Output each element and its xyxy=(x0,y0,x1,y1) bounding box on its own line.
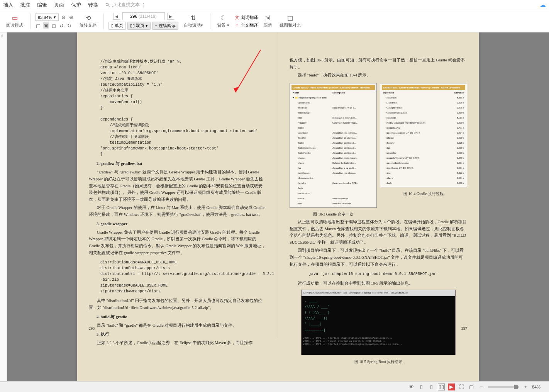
paragraph: 正如 3.2.3 小节所述，Gradle 为后起之秀，在 Eclipse 中的功… xyxy=(89,339,266,346)
paragraph: 对于 Gradle Wrapper 的使用，在 Linux 与 Mac 系统上，… xyxy=(89,204,266,218)
translate-icon: 文 xyxy=(235,14,239,21)
toolbar: ▭ 阅读模式 83.84% ▾ ⊖ ⊕ ▢ ▣ ◻ ↺ ↻ ⟲ 旋转文档 ◀ 2… xyxy=(0,10,549,32)
rotate-right-icon[interactable]: ↻ xyxy=(66,22,72,29)
zoom-slider-handle[interactable] xyxy=(514,385,518,389)
figure-row: Gradle Tasks | Gradle Executions | Serve… xyxy=(290,80,467,217)
terminal-output: 2019-... INFO ... Starting Chapter10Spri… xyxy=(302,335,455,347)
search-box[interactable]: 点此查找文本 ⋮ xyxy=(105,2,146,8)
zoom-slider[interactable] xyxy=(488,386,519,388)
fit-page-icon[interactable]: ▣ xyxy=(43,22,49,29)
page-number: 297 xyxy=(461,325,467,332)
moon-icon: ☾ xyxy=(219,14,227,22)
eye-protect-icon[interactable]: 👁 xyxy=(408,384,415,390)
spring-ascii-logo: . ____ /\\\\ / ___'( ( )\\___ | \\\\/ __… xyxy=(302,296,455,335)
auto-scroll-button[interactable]: ⇅ 自动滚动▾ xyxy=(181,14,205,28)
double-page-icon: ▯▯ xyxy=(130,23,135,28)
compress-button[interactable]: ⇲ 压缩 xyxy=(261,14,274,28)
screenshot-compare-button[interactable]: ◫ 截图和对比 xyxy=(277,14,303,28)
separator xyxy=(103,14,104,29)
paragraph: 目录 "build" 和 "gradle" 都是在 Gradle 对项目进行构建… xyxy=(89,322,266,329)
zoom-in-icon[interactable]: ⊕ xyxy=(68,14,74,20)
compress-icon: ⇲ xyxy=(264,14,271,22)
more-icon[interactable]: ⋮ xyxy=(141,2,146,8)
background-button[interactable]: ☾ 背景 ▾ xyxy=(215,14,232,28)
zoom-percent: 84% xyxy=(532,385,545,389)
code-block-3: java -jar chapter10-spring-boot-demo-0.0… xyxy=(309,271,467,277)
chevron-down-icon: ▾ xyxy=(146,23,148,28)
rotate-left-icon[interactable]: ↺ xyxy=(58,22,64,29)
view-continuous-icon[interactable]: ▯ xyxy=(428,384,435,390)
menu-convert[interactable]: 转换 xyxy=(88,2,98,8)
figure-caption: 图 10-3 Gradle 命令一览 xyxy=(290,211,377,217)
play-icon[interactable]: ▶ xyxy=(448,384,455,390)
page-spread: //指定生成的编译文件版本,默认打成 jar 包 group ='com.ite… xyxy=(77,32,479,381)
figure-caption: 图 10-5 Spring Boot 执行结果 xyxy=(290,358,467,365)
zoom-input[interactable]: 83.84% ▾ xyxy=(35,14,59,21)
fit-icon[interactable]: ▢ xyxy=(468,384,475,390)
separator xyxy=(210,14,210,29)
main-area: × //指定生成的编译文件版本,默认打成 jar 包 group ='com.i… xyxy=(0,32,549,381)
code-block-1: //指定生成的编译文件版本,默认打成 jar 包 group ='com.ite… xyxy=(100,59,266,157)
heading-3: 3. gradle wrapper xyxy=(97,221,266,227)
word-translate-button[interactable]: 文 划词翻译 xyxy=(235,14,258,21)
page-number-input[interactable]: 296 (311/419) xyxy=(122,12,165,20)
menu-page[interactable]: 页面 xyxy=(54,2,64,8)
rotate-icon: ⟲ xyxy=(84,14,92,22)
paragraph: 回到项目的根目录下，可以发现多出了一个 "build" 目录。在该目录 "bui… xyxy=(290,247,467,268)
prev-page-button[interactable]: ◀ xyxy=(113,13,120,20)
chevron-down-icon: ▾ xyxy=(54,15,56,20)
continuous-icon: ≡ xyxy=(155,24,157,28)
paragraph: 其中 "distributionUrl" 用于指向发布包的位置。另外，开发人员也… xyxy=(89,297,266,311)
continuous-button[interactable]: ≡连续阅读 xyxy=(152,22,178,30)
figure-10-4: Gradle Tasks | Gradle Executions | Serve… xyxy=(380,83,467,188)
view-single-icon[interactable]: ▯ xyxy=(418,384,425,390)
figure-caption: 图 10-4 Gradle 执行过程 xyxy=(380,190,467,197)
menu-protect[interactable]: 保护 xyxy=(71,2,81,8)
paragraph: 从上图可以清晰地看出整个编译过程整体分为 4 个阶段。在编译开始阶段，Gradl… xyxy=(290,219,467,246)
document-viewport[interactable]: //指定生成的编译文件版本,默认打成 jar 包 group ='com.ite… xyxy=(7,32,549,381)
paragraph: 运行成功后，可以在控制台中看到如图 10-5 所示的输出信息。 xyxy=(290,280,467,287)
single-page-button[interactable]: ▯单页 xyxy=(108,22,126,30)
search-placeholder: 点此查找文本 xyxy=(112,2,140,8)
heading-4: 4. build 与 gradle xyxy=(97,314,266,321)
actual-size-icon[interactable]: ◻ xyxy=(51,22,57,29)
paragraph: 也方便，如图 10-3 所示。由图可知，所有可执行命令一目了然，相信一旦用上 G… xyxy=(290,57,467,71)
cloud-sync-icon[interactable]: ☁ xyxy=(540,1,546,8)
zoom-out-icon[interactable]: ⊖ xyxy=(60,14,66,20)
double-page-button[interactable]: ▯▯双页▾ xyxy=(127,22,151,30)
book-icon: ▭ xyxy=(11,14,19,22)
figure-10-3: Gradle Tasks | Gradle Executions | Serve… xyxy=(290,83,377,208)
scroll-icon: ⇅ xyxy=(190,14,197,22)
paragraph: "gradlew" 与 "gradlew.bat" 这两个文件是 Gradle … xyxy=(89,169,266,203)
close-panel-icon[interactable]: × xyxy=(1,34,3,39)
separator xyxy=(30,14,30,29)
zoom-plus-icon[interactable]: + xyxy=(522,384,529,390)
next-page-button[interactable]: ▶ xyxy=(167,13,174,20)
page-296: //指定生成的编译文件版本,默认打成 jar 包 group ='com.ite… xyxy=(77,32,278,338)
figure-10-5-terminal: C:\WINDOWS\system32\cmd.exe - java -jar … xyxy=(301,290,456,355)
heading-5: 5. 执行 xyxy=(97,331,266,338)
read-mode-button[interactable]: ▭ 阅读模式 xyxy=(4,14,25,28)
paragraph: 选择 "build"，执行效果如图 10-4 所示。 xyxy=(290,72,467,79)
search-icon xyxy=(105,2,110,8)
menu-insert[interactable]: 插入 xyxy=(3,2,13,8)
menu-bar: 插入 批注 编辑 页面 保护 转换 点此查找文本 ⋮ ☁ xyxy=(0,0,549,10)
status-bar: 👁 ▯ ▯ ▯▯ ▶ ⛶ ▢ − + 84% xyxy=(0,381,549,392)
fullscreen-icon[interactable]: ⛶ xyxy=(458,384,465,390)
page-number: 296 xyxy=(89,325,95,332)
single-page-icon: ▯ xyxy=(111,23,114,28)
rotate-doc-button[interactable]: ⟲ 旋转文档 xyxy=(77,14,99,28)
page-297: 也方便，如图 10-3 所示。由图可知，所有可执行命令一目了然，相信一旦用上 G… xyxy=(278,32,479,338)
screenshot-icon: ◫ xyxy=(286,14,294,22)
zoom-minus-icon[interactable]: − xyxy=(478,384,485,390)
left-panel: × xyxy=(0,32,7,381)
paragraph: Gradle Wrapper 免去了用户在使用 Gradle 进行项目构建时安装… xyxy=(89,229,266,256)
view-double-icon[interactable]: ▯▯ xyxy=(438,384,445,390)
code-block-2: distributionBase=GRADLE_USER_HOME distri… xyxy=(100,260,266,294)
menu-edit[interactable]: 编辑 xyxy=(37,2,47,8)
terminal-title: C:\WINDOWS\system32\cmd.exe - java -jar … xyxy=(302,290,455,296)
menu-annotate[interactable]: 批注 xyxy=(20,2,30,8)
full-translate-button[interactable]: ⛬ 全文翻译 xyxy=(235,22,258,28)
fit-width-icon[interactable]: ▢ xyxy=(35,22,41,29)
translate-all-icon: ⛬ xyxy=(235,22,239,28)
